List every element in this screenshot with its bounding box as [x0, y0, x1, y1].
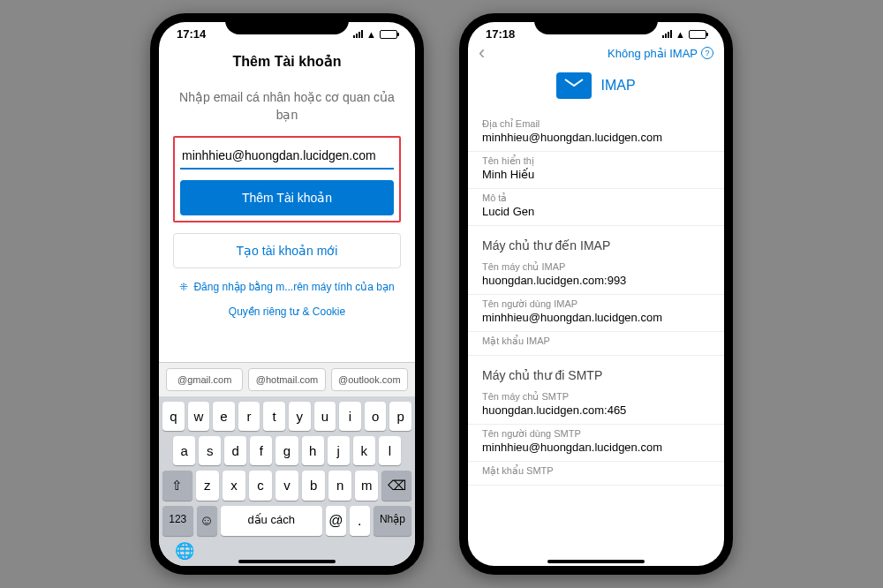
key-d[interactable]: d	[224, 436, 246, 465]
key-c[interactable]: c	[249, 471, 272, 501]
key-x[interactable]: x	[223, 471, 245, 501]
email-input[interactable]	[180, 143, 394, 170]
header: ‹ Không phải IMAP ?	[468, 46, 724, 60]
screen-imap-settings: 17:18 ▲ ‹ Không phải IMAP ? IMAP	[468, 22, 724, 566]
key-u[interactable]: u	[314, 402, 336, 431]
imap-user-value: minhhieu@huongdan.lucidgen.com	[482, 311, 710, 324]
battery-icon	[380, 30, 397, 39]
field-smtp-host[interactable]: Tên máy chủ SMTP huongdan.lucidgen.com:4…	[468, 388, 724, 425]
suggest-hotmail[interactable]: @hotmail.com	[248, 368, 325, 391]
key-shift[interactable]: ⇧	[162, 471, 192, 501]
key-backspace[interactable]: ⌫	[381, 471, 411, 501]
status-icons: ▲	[662, 29, 706, 40]
signal-icon	[662, 30, 672, 38]
help-icon: ?	[701, 47, 713, 59]
key-s[interactable]: s	[199, 436, 221, 465]
key-e[interactable]: e	[213, 402, 235, 431]
key-t[interactable]: t	[263, 402, 285, 431]
key-i[interactable]: i	[339, 402, 361, 431]
phone-left: 17:14 ▲ Thêm Tài khoản Nhập email cá nhâ…	[150, 13, 424, 575]
smtp-user-label: Tên người dùng SMTP	[482, 428, 710, 440]
email-value: minhhieu@huongdan.lucidgen.com	[482, 131, 710, 144]
home-indicator[interactable]	[238, 560, 336, 563]
globe-icon[interactable]: 🌐	[175, 542, 194, 560]
keyboard-row-1: q w e r t y u i o p	[162, 402, 411, 431]
key-a[interactable]: a	[173, 436, 195, 465]
keyboard: q w e r t y u i o p a s d f g h	[159, 396, 415, 566]
not-imap-text: Không phải IMAP	[608, 47, 698, 60]
notch	[225, 13, 349, 34]
qr-icon: ⁜	[179, 281, 188, 293]
key-enter[interactable]: Nhập	[374, 506, 411, 536]
email-label: Địa chỉ Email	[482, 118, 710, 130]
key-h[interactable]: h	[302, 436, 324, 465]
imap-header: IMAP	[468, 60, 724, 115]
screen-add-account: 17:14 ▲ Thêm Tài khoản Nhập email cá nhâ…	[159, 22, 415, 566]
desc-label: Mô tả	[482, 192, 710, 204]
imap-pass-label: Mật khẩu IMAP	[482, 335, 710, 347]
wifi-icon: ▲	[675, 29, 685, 40]
add-account-button[interactable]: Thêm Tài khoản	[180, 180, 394, 215]
qr-login-text: Đăng nhập bằng m...rên máy tính của bạn	[193, 281, 394, 293]
globe-row: 🌐	[162, 536, 411, 562]
key-at[interactable]: @	[326, 506, 346, 536]
scroll-area[interactable]: IMAP Địa chỉ Email minhhieu@huongdan.luc…	[468, 60, 724, 566]
suggest-gmail[interactable]: @gmail.com	[166, 368, 243, 391]
imap-host-label: Tên máy chủ IMAP	[482, 261, 710, 273]
home-indicator[interactable]	[547, 560, 645, 563]
suggest-outlook[interactable]: @outlook.com	[331, 368, 408, 391]
field-display-name[interactable]: Tên hiển thị Minh Hiếu	[468, 152, 724, 189]
key-r[interactable]: r	[238, 402, 260, 431]
imap-host-value: huongdan.lucidgen.com:993	[482, 274, 710, 287]
field-smtp-user[interactable]: Tên người dùng SMTP minhhieu@huongdan.lu…	[468, 425, 724, 462]
privacy-link[interactable]: Quyền riêng tư & Cookie	[173, 305, 401, 318]
field-description[interactable]: Mô tả Lucid Gen	[468, 189, 724, 226]
key-b[interactable]: b	[302, 471, 325, 501]
back-button[interactable]: ‹	[479, 41, 485, 64]
key-y[interactable]: y	[289, 402, 311, 431]
header: Thêm Tài khoản	[159, 46, 415, 77]
key-l[interactable]: l	[379, 436, 401, 465]
smtp-host-value: huongdan.lucidgen.com:465	[482, 403, 710, 417]
keyboard-row-4: 123 ☺ dấu cách @ . Nhập	[162, 506, 411, 536]
key-o[interactable]: o	[365, 402, 387, 431]
key-z[interactable]: z	[196, 471, 219, 501]
smtp-user-value: minhhieu@huongdan.lucidgen.com	[482, 441, 710, 454]
key-j[interactable]: j	[328, 436, 350, 465]
display-value: Minh Hiếu	[482, 168, 710, 181]
key-n[interactable]: n	[328, 471, 351, 501]
key-q[interactable]: q	[162, 402, 185, 431]
smtp-host-label: Tên máy chủ SMTP	[482, 391, 710, 403]
create-account-button[interactable]: Tạo tài khoản mới	[173, 233, 401, 268]
key-w[interactable]: w	[188, 402, 210, 431]
key-dot[interactable]: .	[350, 506, 370, 536]
notch	[534, 13, 658, 34]
key-g[interactable]: g	[275, 436, 298, 465]
display-label: Tên hiển thị	[482, 155, 710, 167]
mail-icon	[556, 72, 592, 99]
key-space[interactable]: dấu cách	[221, 506, 322, 536]
imap-user-label: Tên người dùng IMAP	[482, 298, 710, 310]
key-numbers[interactable]: 123	[162, 506, 193, 536]
battery-icon	[689, 30, 706, 39]
not-imap-link[interactable]: Không phải IMAP ?	[608, 47, 713, 60]
key-k[interactable]: k	[353, 436, 375, 465]
field-imap-host[interactable]: Tên máy chủ IMAP huongdan.lucidgen.com:9…	[468, 258, 724, 295]
status-time: 17:14	[177, 27, 206, 41]
key-m[interactable]: m	[355, 471, 378, 501]
status-icons: ▲	[353, 29, 397, 40]
field-smtp-password[interactable]: Mật khẩu SMTP	[468, 462, 724, 486]
signal-icon	[353, 30, 363, 38]
key-v[interactable]: v	[275, 471, 298, 501]
key-emoji[interactable]: ☺	[197, 506, 217, 536]
smtp-pass-label: Mật khẩu SMTP	[482, 465, 710, 477]
key-p[interactable]: p	[389, 402, 411, 431]
smtp-section-title: Máy chủ thư đi SMTP	[468, 356, 724, 388]
key-f[interactable]: f	[250, 436, 272, 465]
highlight-box: Thêm Tài khoản	[173, 136, 401, 222]
qr-login-link[interactable]: ⁜ Đăng nhập bằng m...rên máy tính của bạ…	[173, 281, 401, 293]
field-email[interactable]: Địa chỉ Email minhhieu@huongdan.lucidgen…	[468, 115, 724, 152]
email-suggestions: @gmail.com @hotmail.com @outlook.com	[159, 362, 415, 396]
field-imap-password[interactable]: Mật khẩu IMAP	[468, 332, 724, 356]
field-imap-user[interactable]: Tên người dùng IMAP minhhieu@huongdan.lu…	[468, 295, 724, 332]
